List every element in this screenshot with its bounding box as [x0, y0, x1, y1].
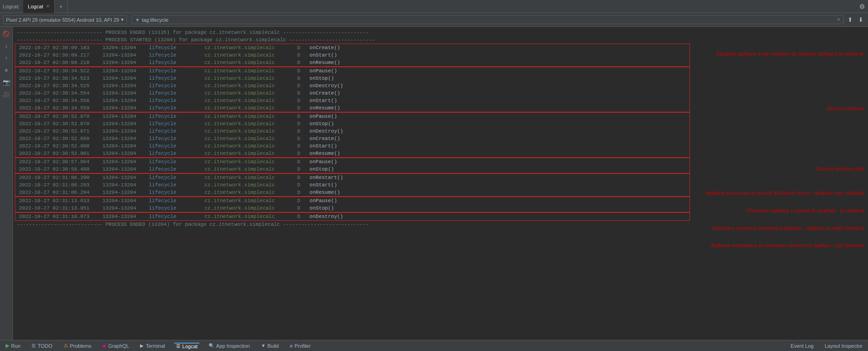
- log-group-5: 2022-10-27 02:31:06.29013204-13204lifecy…: [15, 173, 690, 197]
- log-separator-3: ---------------------------- PROCESS END…: [13, 221, 692, 228]
- annotation-1: Spuštění aplikace a její umístění do pop…: [716, 51, 864, 57]
- log-separator-1: ---------------------------- PROCESS END…: [13, 29, 692, 36]
- log-line: 2022-10-27 02:30:09.18313204-13204lifecy…: [15, 44, 689, 51]
- run-btn[interactable]: ▶ Run: [4, 343, 22, 349]
- log-line: 2022-10-27 02:30:52.90013204-13204lifecy…: [15, 142, 689, 150]
- build-label: Build: [268, 343, 279, 349]
- app-inspection-btn[interactable]: 🔍 App Inspection: [207, 343, 252, 349]
- profiler-btn[interactable]: ⌀ Profiler: [288, 343, 313, 349]
- log-line: 2022-10-27 02:31:06.29013204-13204lifecy…: [15, 174, 689, 181]
- warning-icon: ⚠: [64, 343, 68, 349]
- todo-btn[interactable]: ☰ TODO: [30, 343, 54, 349]
- log-line: 2022-10-27 02:31:06.29313204-13204lifecy…: [15, 181, 689, 189]
- logcat-status-label: Logcat: [182, 344, 198, 349]
- run-label: Run: [11, 343, 20, 349]
- terminal-btn[interactable]: ▶ Terminal: [138, 343, 167, 349]
- app-inspection-icon: 🔍: [209, 343, 214, 348]
- screenshot-btn[interactable]: 📷: [1, 77, 12, 87]
- annotation-3: Otočení telefonu zpět: [816, 166, 864, 172]
- settings-icon[interactable]: ⚙: [859, 3, 865, 10]
- todo-label: TODO: [38, 343, 52, 349]
- log-line: 2022-10-27 02:30:52.87013204-13204lifecy…: [15, 120, 689, 128]
- status-bar-right: Event Log Layout Inspector: [789, 343, 864, 349]
- terminal-label: Terminal: [146, 343, 165, 349]
- log-group-4: 2022-10-27 02:30:57.96413204-13204lifecy…: [15, 158, 690, 173]
- logcat-label: Logcat:: [3, 4, 19, 9]
- toolbar: Pixel 2 API 29 (emulator-5554) Android 1…: [0, 13, 868, 27]
- tab-bar-settings[interactable]: ⚙: [859, 3, 865, 10]
- add-tab-btn[interactable]: +: [55, 0, 67, 13]
- profiler-label: Profiler: [294, 343, 311, 349]
- log-line: 2022-10-27 02:31:13.95113204-13204lifecy…: [15, 204, 689, 212]
- filter-input[interactable]: [142, 17, 835, 23]
- annotation-7: Aplikace odstraněna ze seznamu otevřenýc…: [711, 243, 864, 248]
- annotation-6: Zobrazení seznamu otevřených aplikací - …: [711, 225, 864, 231]
- log-group-2: 2022-10-27 02:30:34.52213204-13204lifecy…: [15, 67, 690, 112]
- log-line: 2022-10-27 02:30:52.87013204-13204lifecy…: [15, 113, 689, 120]
- log-line: 2022-10-27 02:31:06.29413204-13204lifecy…: [15, 189, 689, 196]
- logcat-icon: ☰: [176, 344, 180, 349]
- log-line: 2022-10-27 02:30:52.90113204-13204lifecy…: [15, 150, 689, 157]
- filter-icon: ▼: [135, 17, 140, 23]
- log-line: 2022-10-27 02:30:34.55913204-13204lifecy…: [15, 104, 689, 112]
- terminal-icon: ▶: [140, 343, 144, 348]
- annotation-2: Otočení telefonu: [827, 106, 864, 111]
- scroll-bottom-btn[interactable]: ⬇: [856, 15, 865, 24]
- close-tab-icon[interactable]: ✕: [46, 4, 50, 9]
- log-group-7: 2022-10-27 02:31:18.97313204-13204lifecy…: [15, 212, 690, 221]
- chevron-down-icon: ▾: [121, 17, 124, 23]
- layout-inspector-label: Layout Inspector: [825, 343, 862, 349]
- log-group-1: 2022-10-27 02:30:09.18313204-13204lifecy…: [15, 44, 690, 67]
- add-tab-icon: +: [59, 4, 62, 9]
- log-line: 2022-10-27 02:30:52.89913204-13204lifecy…: [15, 135, 689, 142]
- graphql-btn[interactable]: ◆ GraphQL: [101, 343, 131, 349]
- log-line: 2022-10-27 02:30:09.21813204-13204lifecy…: [15, 59, 689, 66]
- status-bar: ▶ Run ☰ TODO ⚠ Problems ◆ GraphQL ▶ Term…: [0, 340, 868, 351]
- scroll-start-btn[interactable]: ↑: [1, 53, 12, 63]
- sidebar: 🚫 ↓ ↑ ≡ 📷 🎥: [0, 27, 13, 340]
- log-line: 2022-10-27 02:30:34.55413204-13204lifecy…: [15, 89, 689, 97]
- profiler-icon: ⌀: [290, 343, 293, 348]
- logcat-tab[interactable]: Logcat ✕: [23, 0, 55, 13]
- top-tab-bar: Logcat: Logcat ✕ + ⚙: [0, 0, 868, 13]
- log-line: 2022-10-27 02:31:13.63313204-13204lifecy…: [15, 197, 689, 204]
- annotation-5: Přesunutí aplikace z pozadí do popředí -…: [747, 208, 864, 213]
- log-line: 2022-10-27 02:30:34.55813204-13204lifecy…: [15, 97, 689, 104]
- build-btn[interactable]: ▼ Build: [259, 343, 281, 349]
- scroll-top-btn[interactable]: ⬆: [846, 15, 855, 24]
- event-log-btn[interactable]: Event Log: [789, 343, 816, 349]
- log-line: 2022-10-27 02:30:34.52313204-13204lifecy…: [15, 75, 689, 82]
- log-line: 2022-10-27 02:30:57.96413204-13204lifecy…: [15, 158, 689, 166]
- filter-input-wrap[interactable]: ▼ ✕: [132, 15, 844, 24]
- clear-log-btn[interactable]: 🚫: [1, 29, 12, 39]
- video-btn[interactable]: 🎥: [1, 89, 12, 99]
- logcat-btn[interactable]: ☰ Logcat: [174, 343, 199, 349]
- device-name: Pixel 2 API 29 (emulator-5554) Android 1…: [6, 17, 119, 23]
- log-group-3: 2022-10-27 02:30:52.87013204-13204lifecy…: [15, 112, 690, 158]
- event-log-label: Event Log: [791, 343, 814, 349]
- problems-btn[interactable]: ⚠ Problems: [62, 343, 93, 349]
- annotation-4: Aplikace přesunuta do pozadí tlačítkem H…: [706, 190, 864, 196]
- device-selector[interactable]: Pixel 2 API 29 (emulator-5554) Android 1…: [3, 15, 127, 24]
- problems-label: Problems: [70, 343, 91, 349]
- main-area: 🚫 ↓ ↑ ≡ 📷 🎥 ----------------------------…: [0, 27, 868, 340]
- app-inspection-label: App Inspection: [216, 343, 250, 349]
- logcat-tab-label: Logcat: [28, 4, 43, 9]
- log-line: 2022-10-27 02:30:34.52513204-13204lifecy…: [15, 82, 689, 89]
- log-line: 2022-10-27 02:31:18.97313204-13204lifecy…: [15, 213, 689, 220]
- log-line: 2022-10-27 02:30:34.52213204-13204lifecy…: [15, 67, 689, 75]
- scroll-end-btn[interactable]: ↓: [1, 41, 12, 51]
- layout-inspector-btn[interactable]: Layout Inspector: [823, 343, 864, 349]
- wrap-btn[interactable]: ≡: [1, 65, 12, 75]
- log-line: 2022-10-27 02:30:52.87113204-13204lifecy…: [15, 128, 689, 135]
- build-icon: ▼: [261, 343, 266, 348]
- clear-filter-icon[interactable]: ✕: [836, 17, 841, 23]
- log-line: 2022-10-27 02:30:09.21713204-13204lifecy…: [15, 51, 689, 59]
- log-line: 2022-10-27 02:30:58.48013204-13204lifecy…: [15, 166, 689, 173]
- log-group-6: 2022-10-27 02:31:13.63313204-13204lifecy…: [15, 197, 690, 212]
- log-separator-2: ---------------------------- PROCESS STA…: [13, 36, 692, 44]
- log-content[interactable]: ---------------------------- PROCESS END…: [13, 27, 692, 340]
- run-icon: ▶: [6, 343, 9, 349]
- todo-icon: ☰: [32, 343, 36, 348]
- graphql-icon: ◆: [102, 343, 106, 348]
